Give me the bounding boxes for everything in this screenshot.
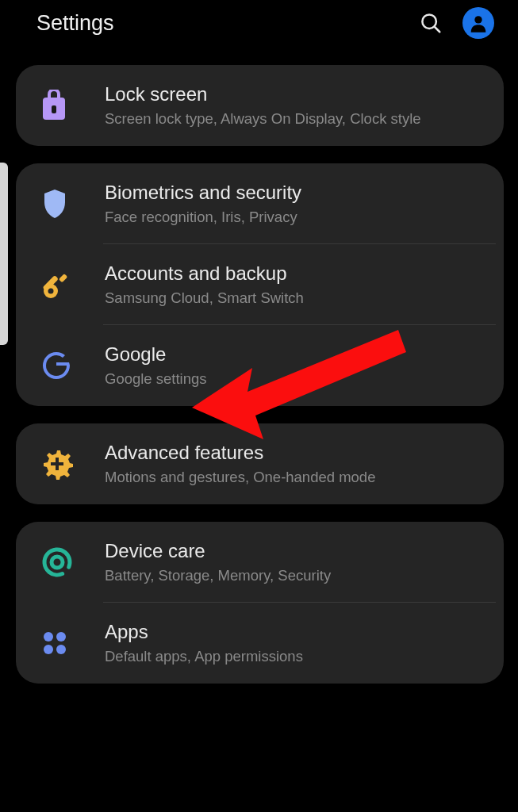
svg-point-2 [474,16,482,23]
item-subtitle: Battery, Storage, Memory, Security [105,566,488,585]
profile-button[interactable] [462,7,494,39]
app-header: Settings [0,0,518,51]
svg-point-16 [44,645,53,654]
settings-item-advanced[interactable]: Advanced features Motions and gestures, … [16,423,504,504]
svg-point-7 [48,289,54,294]
settings-item-google[interactable]: Google Google settings [16,325,504,406]
settings-item-device-care[interactable]: Device care Battery, Storage, Memory, Se… [16,522,504,603]
settings-group: Biometrics and security Face recognition… [16,163,504,406]
settings-item-biometrics[interactable]: Biometrics and security Face recognition… [16,163,504,244]
settings-item-accounts[interactable]: Accounts and backup Samsung Cloud, Smart… [16,244,504,325]
settings-item-lock-screen[interactable]: Lock screen Screen lock type, Always On … [16,65,504,146]
item-title: Accounts and backup [105,262,488,285]
svg-point-17 [56,645,66,654]
item-subtitle: Samsung Cloud, Smart Switch [105,289,488,308]
settings-item-apps[interactable]: Apps Default apps, App permissions [16,603,504,684]
svg-point-14 [44,632,53,642]
item-title: Lock screen [105,82,488,106]
shield-icon [33,188,105,220]
key-icon [33,269,105,301]
settings-group: Lock screen Screen lock type, Always On … [16,65,504,146]
item-subtitle: Face recognition, Iris, Privacy [105,208,488,227]
profile-icon [467,12,489,34]
apps-grid-icon [33,630,105,657]
lock-icon [33,90,105,121]
svg-rect-11 [51,462,63,465]
scrollbar-thumb[interactable] [0,163,8,345]
device-care-icon [33,546,105,578]
item-title: Advanced features [105,441,488,465]
google-g-icon [33,350,105,381]
item-title: Device care [105,539,488,563]
gear-plus-icon [33,448,105,480]
item-title: Google [105,343,488,366]
svg-line-1 [435,27,439,32]
search-icon [419,11,443,35]
settings-list: Lock screen Screen lock type, Always On … [0,51,518,684]
svg-point-15 [56,632,66,642]
settings-group: Advanced features Motions and gestures, … [16,423,504,504]
item-subtitle: Google settings [105,370,488,389]
item-subtitle: Motions and gestures, One-handed mode [105,468,488,487]
item-subtitle: Default apps, App permissions [105,647,488,666]
svg-rect-5 [52,105,56,113]
settings-group: Device care Battery, Storage, Memory, Se… [16,522,504,684]
item-subtitle: Screen lock type, Always On Display, Clo… [105,109,488,128]
svg-point-12 [41,546,73,578]
page-title: Settings [36,11,413,36]
svg-point-13 [52,557,63,568]
search-button[interactable] [413,6,448,40]
item-title: Apps [105,620,488,644]
svg-rect-9 [59,274,67,282]
item-title: Biometrics and security [105,181,488,205]
